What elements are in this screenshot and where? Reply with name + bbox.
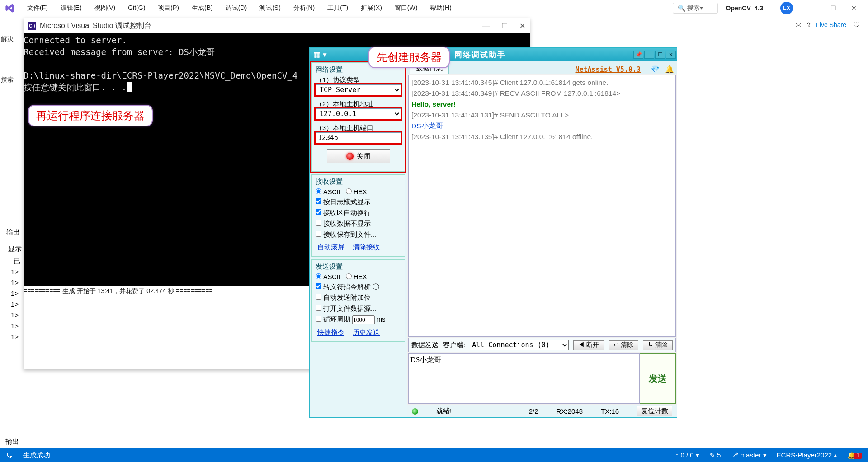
menu-Git(G)[interactable]: Git(G) — [123, 2, 151, 14]
console-minimize-icon[interactable]: — — [482, 22, 490, 30]
na-minimize-icon[interactable]: — — [644, 51, 654, 59]
recv-savefile-check[interactable]: 接收保存到文件... — [316, 230, 401, 239]
minimize-icon[interactable]: — — [802, 5, 823, 12]
menu-扩展(X)[interactable]: 扩展(X) — [355, 2, 387, 14]
vs-search-box[interactable]: 🔍 搜索▾ — [673, 3, 718, 14]
na-maximize-icon[interactable]: ☐ — [655, 51, 665, 59]
vs-output-bottom-tab[interactable]: 输出 — [0, 436, 868, 448]
na-pin-icon[interactable]: 📌 — [633, 51, 643, 59]
build-row: 1> — [11, 310, 24, 321]
bell-icon[interactable]: 🔔1 — [847, 451, 862, 459]
log-line: [2023-10-31 13:41:43.135]# Client 127.0.… — [411, 131, 673, 142]
build-row: 1> — [11, 277, 24, 288]
menu-视图(V)[interactable]: 视图(V) — [89, 2, 121, 14]
console-maximize-icon[interactable]: ☐ — [501, 22, 508, 30]
send-textarea[interactable] — [408, 353, 640, 404]
na-statusbar: 就绪! 2/2 RX:2048 TX:16 复位计数 — [407, 405, 677, 417]
vs-logo-icon — [4, 2, 16, 14]
send-append-check[interactable]: 自动发送附加位 — [316, 294, 401, 302]
build-row: 1> — [11, 321, 24, 331]
edits-status[interactable]: ✎ 5 — [709, 451, 721, 459]
send-cycle-check[interactable]: 循环周期 ms — [316, 315, 401, 324]
log-line: [2023-10-31 13:41:43.131]# SEND ASCII TO… — [411, 110, 673, 121]
send-ascii-radio[interactable]: ASCII HEX — [316, 273, 401, 280]
clear-right-button[interactable]: ↳ 清除 — [643, 340, 673, 350]
clear-left-button[interactable]: ↩ 清除 — [609, 340, 638, 350]
menu-编辑(E)[interactable]: 编辑(E) — [55, 2, 87, 14]
menu-工具(T)[interactable]: 工具(T) — [322, 2, 354, 14]
status-ready-icon — [412, 408, 418, 415]
menu-窗口(W)[interactable]: 窗口(W) — [389, 2, 423, 14]
send-settings-group: 发送设置 ASCII HEX 转义符指令解析 ⓘ 自动发送附加位 打开文件数据源… — [311, 259, 405, 342]
target-select[interactable]: All Connections (0) — [470, 340, 569, 350]
cmd-icon: C:\ — [28, 22, 36, 30]
live-share-icon[interactable]: ⇪ — [806, 21, 811, 28]
na-close-icon[interactable]: ✕ — [666, 51, 676, 59]
annotation-create-server: 先创建服务器 — [368, 47, 450, 68]
recv-ascii-radio[interactable]: ASCII HEX — [316, 188, 401, 196]
cycle-input[interactable] — [352, 315, 375, 324]
display-label: 显示 — [8, 245, 22, 253]
vs-menu: 文件(F)编辑(E)视图(V)Git(G)项目(P)生成(B)调试(D)测试(S… — [22, 2, 457, 14]
menu-生成(B)[interactable]: 生成(B) — [186, 2, 218, 14]
live-share-button[interactable]: Live Share — [816, 21, 846, 28]
recv-autowrap-check[interactable]: 接收区自动换行 — [316, 209, 401, 217]
search-placeholder: 搜索▾ — [687, 4, 703, 12]
history-link[interactable]: 历史发送 — [353, 328, 380, 337]
menu-项目(P)[interactable]: 项目(P) — [152, 2, 184, 14]
status-ready: 就绪! — [436, 407, 452, 415]
menu-文件(F)[interactable]: 文件(F) — [22, 2, 53, 14]
menu-调试(D)[interactable]: 调试(D) — [220, 2, 252, 14]
clear-recv-link[interactable]: 清除接收 — [353, 243, 380, 252]
port-label: （3）本地主机端口 — [316, 124, 401, 132]
na-menu-icon[interactable]: ▦ ▾ — [310, 50, 327, 60]
port-input[interactable] — [316, 132, 401, 143]
menu-帮助(H)[interactable]: 帮助(H) — [425, 2, 457, 14]
menu-测试(S)[interactable]: 测试(S) — [254, 2, 286, 14]
recv-logmode-check[interactable]: 按日志模式显示 — [316, 198, 401, 206]
menu-分析(N)[interactable]: 分析(N) — [288, 2, 320, 14]
status-rx: RX:2048 — [557, 407, 583, 415]
na-send-area: 发送 — [408, 353, 676, 404]
recv-settings-title: 接收设置 — [316, 177, 401, 186]
status-pos: 2/2 — [529, 407, 538, 415]
data-send-label: 数据发送 — [411, 341, 439, 350]
branch-status[interactable]: ⎇ master ▾ — [731, 451, 766, 459]
build-row-already: 已 — [14, 256, 24, 266]
protocol-select[interactable]: TCP Server — [316, 84, 401, 95]
status-tx: TX:16 — [601, 407, 619, 415]
user-avatar[interactable]: LX — [780, 2, 793, 14]
quick-cmd-link[interactable]: 快捷指令 — [317, 328, 344, 337]
close-connection-button[interactable]: 关闭 — [327, 149, 390, 163]
na-main-panel: 数据日志 NetAssist V5.0.3 💎🔔 [2023-10-31 13:… — [407, 61, 677, 417]
maximize-icon[interactable]: ☐ — [823, 5, 844, 12]
reset-count-button[interactable]: 复位计数 — [637, 406, 672, 416]
host-label: （2）本地主机地址 — [316, 100, 401, 108]
close-icon[interactable]: ✕ — [844, 5, 864, 12]
output-tab-label[interactable]: 输出 — [6, 228, 23, 237]
send-escape-check[interactable]: 转义符指令解析 ⓘ — [316, 283, 401, 291]
vs-titlebar: 文件(F)编辑(E)视图(V)Git(G)项目(P)生成(B)调试(D)测试(S… — [0, 0, 868, 16]
disconnect-button[interactable]: ◀ 断开 — [573, 340, 604, 350]
autoscroll-link[interactable]: 自动滚屏 — [317, 243, 344, 252]
host-select[interactable]: 127.0.0.1 — [316, 108, 401, 119]
na-log-area: [2023-10-31 13:41:40.345]# Client 127.0.… — [408, 75, 676, 337]
client-label: 客户端: — [443, 341, 465, 350]
send-button[interactable]: 发送 — [640, 353, 676, 404]
send-settings-title: 发送设置 — [316, 262, 401, 271]
recv-hide-check[interactable]: 接收数据不显示 — [316, 219, 401, 228]
feedback-icon[interactable]: 🖂 — [795, 21, 802, 28]
log-line: [2023-10-31 13:41:40.345]# Client 127.0.… — [411, 77, 673, 88]
send-openfile-check[interactable]: 打开文件数据源... — [316, 304, 401, 313]
build-row: 1> — [11, 266, 24, 277]
status-dot-icon — [346, 153, 354, 160]
document-name: OpenCV_4.3 — [726, 5, 763, 12]
na-version-link[interactable]: NetAssist V5.0.3 — [576, 65, 646, 74]
admin-icon[interactable]: 🛡 — [854, 21, 860, 28]
comment-icon[interactable]: 🗨 — [6, 452, 13, 459]
nav-status[interactable]: ↑ 0 / 0 ▾ — [675, 451, 699, 459]
console-title-text: Microsoft Visual Studio 调试控制台 — [40, 21, 151, 31]
repo-status[interactable]: ECRS-Player2022 ▴ — [777, 451, 838, 459]
vs-statusbar: 🗨 生成成功 ↑ 0 / 0 ▾ ✎ 5 ⎇ master ▾ ECRS-Pla… — [0, 448, 868, 462]
console-close-icon[interactable]: ✕ — [519, 22, 525, 30]
